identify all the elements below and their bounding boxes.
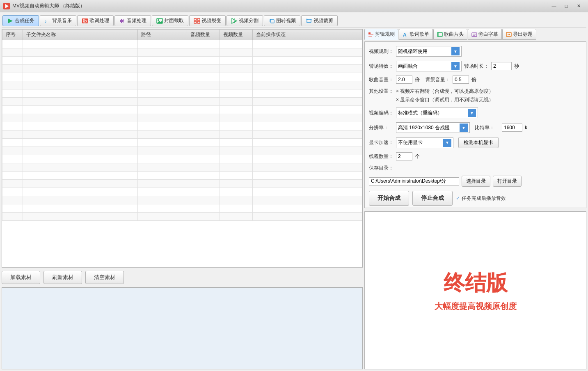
toolbar-label-combine: 合成任务 [15,17,34,24]
table-row [2,147,362,155]
gpu-label: 显卡加速： [369,139,394,146]
select-dir-button[interactable]: 选择目录 [462,176,490,187]
svg-rect-19 [197,21,200,23]
tab-label-export: 导出标题 [513,31,533,38]
tab-editrules[interactable]: 剪辑规则 [364,29,398,40]
title-bar: MV视频自动剪辑大师 （终结版） — □ ✕ [0,0,588,12]
savepath-row: 选择目录 打开目录 [369,176,582,187]
col-header-status: 当前操作状态 [253,30,362,40]
minimize-button[interactable]: — [548,2,560,10]
table-row [2,98,362,106]
transition-dur-input[interactable] [491,62,512,70]
toolbar-btn-transform[interactable]: 视频裂变 [189,15,226,26]
start-combine-button[interactable]: 开始合成 [369,191,409,206]
toolbar-btn-combine[interactable]: 合成任务 [2,15,39,26]
resolution-label: 分辨率： [369,124,394,131]
table-row [2,106,362,114]
toolbar-btn-crop[interactable]: 视频裁剪 [301,15,338,26]
video-rule-dropdown[interactable]: 随机循环使用 ▼ [396,46,462,57]
toolbar-label-bgmusic: 背景音乐 [52,17,72,24]
svg-marker-39 [509,33,510,36]
video-rule-arrow: ▼ [451,47,460,55]
tab-lyrics[interactable]: A 歌词歌单 [399,29,433,40]
transition-label: 转场特效： [369,63,394,70]
svg-point-14 [158,19,159,21]
toolbar-label-split: 视频分割 [239,17,259,24]
table-row [2,114,362,122]
right-tabs: 剪辑规则 A 歌词歌单 歌曲片头 旁白字幕 导出标题 [364,29,586,40]
toolbar-btn-bgmusic[interactable]: ♪ 背景音乐 [40,15,76,26]
tab-label-subtitle: 旁白字幕 [478,31,498,38]
app-icon [3,3,10,9]
thread-input[interactable] [396,152,412,160]
cmd-check[interactable]: × 显示命令窗口（调试用，用不到话请无视） [396,97,494,103]
toolbar: 合成任务 ♪ 背景音乐 歌 歌词处理 音频处理 封面截取 [2,14,586,28]
table-row [2,155,362,163]
bottom-left-panel [2,287,363,369]
transition-dur-unit: 秒 [514,63,519,70]
toolbar-btn-cover[interactable]: 封面截取 [152,15,188,26]
clear-material-button[interactable]: 清空素材 [85,271,124,284]
tab-export[interactable]: 导出标题 [502,29,536,40]
transition-dropdown[interactable]: 画面融合 ▼ [396,61,462,71]
savepath-input[interactable] [369,177,459,186]
title-bar-left: MV视频自动剪辑大师 （终结版） [3,2,85,9]
song-vol-input[interactable] [396,76,412,84]
bottom-info-area [2,287,363,369]
video-rule-label: 视频规则： [369,48,394,55]
open-dir-button[interactable]: 打开目录 [493,176,522,187]
detect-gpu-button[interactable]: 检测本机显卡 [458,137,499,148]
toolbar-btn-lyrics[interactable]: 歌 歌词处理 [77,15,114,26]
col-header-path: 路径 [138,30,187,40]
left-panel: 序号 子文件夹名称 路径 音频数量 视频数量 当前操作状态 [2,29,363,369]
version-title: 终结版 [444,269,508,298]
table-row [2,122,362,131]
bitrate-input[interactable] [502,124,522,132]
toolbar-label-rotate: 图转视频 [276,17,296,24]
toolbar-btn-audio[interactable]: 音频处理 [114,15,151,26]
video-codec-label: 视频编码： [369,110,394,117]
table-row [2,204,362,213]
bg-vol-label: 背景音量： [426,76,450,83]
video-codec-value: 标准模式（重编码） [398,110,468,117]
video-rule-row: 视频规则： 随机循环使用 ▼ [369,46,582,57]
toolbar-btn-split[interactable]: 视频分割 [227,15,263,26]
flip-check[interactable]: × 视频左右翻转（合成慢，可以提高原创度） [396,88,494,95]
table-row [2,40,362,48]
bitrate-unit: k [525,125,527,131]
svg-text:歌: 歌 [83,18,88,24]
tab-clip[interactable]: 歌曲片头 [433,29,467,40]
tab-label-lyrics: 歌词歌单 [410,31,429,38]
load-material-button[interactable]: 加载素材 [2,271,40,284]
close-button[interactable]: ✕ [572,2,585,10]
svg-rect-25 [307,19,311,23]
table-row [2,89,362,98]
version-subtitle: 大幅度提高视频原创度 [435,301,517,312]
maximize-button[interactable]: □ [560,2,572,10]
tab-subtitle[interactable]: 旁白字幕 [468,29,502,40]
video-rule-value: 随机循环使用 [398,48,451,55]
col-header-audiocount: 音频数量 [187,30,220,40]
gpu-arrow: ▼ [443,139,451,147]
stop-combine-button[interactable]: 停止合成 [412,191,453,206]
transition-arrow: ▼ [451,62,460,70]
song-vol-label: 歌曲音量： [369,76,394,83]
gpu-dropdown[interactable]: 不使用显卡 ▼ [396,137,453,148]
svg-text:♪: ♪ [44,18,47,24]
resolution-row: 分辨率： 高清 1920x1080 合成慢 ▼ 比特率： k [369,122,582,133]
svg-rect-34 [472,33,477,37]
resolution-arrow: ▼ [460,124,468,132]
song-vol-unit: 倍 [415,76,420,83]
toolbar-label-audio: 音频处理 [127,17,146,24]
refresh-material-button[interactable]: 刷新素材 [43,271,82,284]
video-codec-row: 视频编码： 标准模式（重编码） ▼ [369,108,582,118]
resolution-value: 高清 1920x1080 合成慢 [398,124,460,131]
savepath-label-row: 保存目录： [369,165,582,172]
svg-text:A: A [403,32,407,37]
table-row [2,196,362,204]
bg-vol-input[interactable] [453,76,469,84]
video-codec-dropdown[interactable]: 标准模式（重编码） ▼ [396,108,478,118]
right-panel: 剪辑规则 A 歌词歌单 歌曲片头 旁白字幕 导出标题 [364,29,586,369]
toolbar-btn-rotate[interactable]: 图转视频 [264,15,300,26]
resolution-dropdown[interactable]: 高清 1920x1080 合成慢 ▼ [396,122,470,133]
